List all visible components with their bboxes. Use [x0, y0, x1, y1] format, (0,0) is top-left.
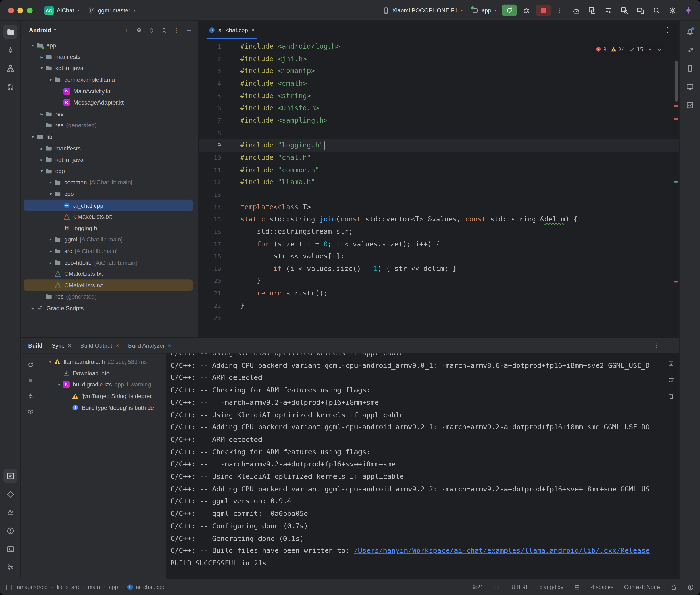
close-tab-icon[interactable]: ✕	[251, 27, 255, 32]
chevron-right-icon[interactable]: ▸	[47, 249, 55, 254]
build-tree-item-download-info[interactable]: Download info	[40, 368, 166, 379]
error-stripe-mark[interactable]	[674, 105, 678, 107]
code-line[interactable]: 13	[199, 189, 679, 201]
tree-item-res[interactable]: res(generated)	[24, 120, 193, 131]
branch-selector[interactable]: ggml-master ▾	[85, 5, 139, 16]
build-tree-item-jvmtarget-string-is-deprec[interactable]: 'jvmTarget: String' is deprec	[40, 391, 166, 402]
hide-build-panel-icon[interactable]: ─	[663, 340, 674, 351]
dependencies-tool-icon[interactable]	[3, 487, 18, 501]
hide-panel-icon[interactable]: ─	[183, 24, 195, 36]
next-problem-icon[interactable]	[657, 47, 662, 52]
chevron-right-icon[interactable]: ▸	[38, 146, 46, 151]
breadcrumb-cpp[interactable]: cpp	[109, 584, 118, 590]
errors-badge[interactable]: 3	[596, 43, 607, 56]
close-tab-icon[interactable]: ✕	[68, 343, 72, 348]
indent-size[interactable]: 4 spaces	[591, 584, 614, 590]
clear-console-icon[interactable]	[665, 390, 677, 402]
chevron-down-icon[interactable]: ▾	[38, 66, 46, 71]
tree-item-cpp[interactable]: ▾cpp	[24, 188, 193, 200]
code-line[interactable]: 12#include "llama.h"	[199, 176, 679, 189]
build-tree-item-build-gradle-kts[interactable]: ▾Kbuild.gradle.ktsapp 1 warning	[40, 379, 166, 391]
commit-tool-icon[interactable]	[3, 43, 18, 57]
code-line[interactable]: 20 }	[199, 275, 679, 288]
tree-item-kotlin-java[interactable]: ▸kotlin+java	[24, 154, 193, 166]
tree-item-cmakelists-txt[interactable]: CMakeLists.txt	[24, 268, 193, 280]
breadcrumb-src[interactable]: src	[72, 584, 79, 590]
chevron-right-icon[interactable]: ▸	[47, 260, 55, 265]
breadcrumb-main[interactable]: main	[88, 584, 100, 590]
code-line[interactable]: 3#include <iomanip>	[199, 65, 679, 78]
tree-item-common[interactable]: ▸common[AiChat.lib.main]	[24, 177, 193, 188]
tree-item-lib[interactable]: ▾lib	[24, 131, 193, 143]
tree-item-res[interactable]: res(generated)	[24, 291, 193, 302]
tree-item-cpp[interactable]: ▾cpp	[24, 166, 193, 177]
build-tab-build-analyzer[interactable]: Build Analyzer✕	[128, 342, 171, 349]
device-selector[interactable]: Xiaomi POCOPHONE F1 ▾	[379, 5, 467, 16]
chevron-down-icon[interactable]: ▾	[47, 359, 54, 364]
close-window-button[interactable]	[8, 7, 14, 13]
editor-options-icon[interactable]: ⋮	[660, 23, 674, 36]
run-config-selector[interactable]: app ▾	[468, 5, 500, 16]
profiler-icon[interactable]	[569, 4, 583, 17]
code-line[interactable]: 6#include <unistd.h>	[199, 103, 679, 115]
tree-item-messageadapter-kt[interactable]: KMessageAdapter.kt	[24, 97, 193, 108]
code-line[interactable]: 9#include "logging.h"	[199, 139, 679, 152]
rerun-button[interactable]	[502, 4, 517, 16]
code-line[interactable]: 10#include "chat.h"	[199, 152, 679, 164]
notifications-icon[interactable]	[682, 25, 697, 39]
code-line[interactable]: 7#include <sampling.h>	[199, 115, 679, 127]
code-line[interactable]: 8	[199, 127, 679, 139]
build-tab-build-output[interactable]: Build Output✕	[80, 342, 119, 349]
code-line[interactable]: 18 str << values[i];	[199, 251, 679, 263]
project-selector[interactable]: AC AiChat ▾	[41, 4, 83, 17]
chevron-right-icon[interactable]: ▸	[29, 306, 37, 311]
build-tree-item-buildtype-debug-is-both-de[interactable]: BuildType 'debug' is both de	[40, 402, 166, 413]
collapse-all-icon[interactable]	[158, 24, 170, 36]
editor-scrollbar[interactable]	[675, 61, 678, 102]
tree-item-logging-h[interactable]: Hlogging.h	[24, 222, 193, 234]
gemini-assistant-icon[interactable]	[681, 4, 696, 17]
tree-item-ggml[interactable]: ▸ggml[AiChat.lib.main]	[24, 234, 193, 245]
code-line[interactable]: 5#include <string>	[199, 90, 679, 103]
tree-item-com-example-llama[interactable]: ▾com.example.llama	[24, 74, 193, 85]
code-line[interactable]: 14template<class T>	[199, 201, 679, 213]
zoom-window-button[interactable]	[27, 7, 32, 13]
error-stripe-mark[interactable]	[674, 118, 678, 119]
add-icon[interactable]: +	[120, 24, 132, 36]
panel-options-icon[interactable]: ⋮	[171, 24, 182, 36]
device-explorer-tool-icon[interactable]	[3, 505, 18, 519]
running-devices-icon[interactable]	[601, 4, 615, 17]
line-ending[interactable]: LF	[494, 584, 501, 590]
code-area[interactable]: 1#include <android/log.h>2#include <jni.…	[199, 39, 679, 337]
lock-icon[interactable]	[670, 584, 677, 590]
tree-item-src[interactable]: ▸src[AiChat.lib.main]	[24, 245, 193, 257]
structure-tool-icon[interactable]	[3, 61, 18, 76]
tree-item-manifests[interactable]: ▸manifests	[24, 143, 193, 154]
device-manager-tool-icon[interactable]	[682, 61, 697, 76]
console-link[interactable]: /Users/hanyin/Workspace/ai-chat/examples…	[354, 547, 650, 555]
locate-file-icon[interactable]	[133, 24, 145, 36]
tree-item-gradle-scripts[interactable]: ▸Gradle Scripts	[24, 302, 193, 314]
build-tree-item-llama-android-fi[interactable]: ▾llama.android: fi22 sec, 583 ms	[40, 356, 166, 368]
scroll-to-end-icon[interactable]	[665, 358, 677, 370]
error-stripe-mark[interactable]	[674, 281, 678, 282]
soft-wrap-icon[interactable]	[665, 374, 677, 386]
code-line[interactable]: 15static std::string join(const std::vec…	[199, 213, 679, 226]
warnings-badge[interactable]: 24	[611, 43, 625, 56]
change-stripe-mark[interactable]	[674, 181, 678, 182]
breadcrumb-lib[interactable]: lib	[57, 584, 62, 590]
build-tool-icon[interactable]	[3, 469, 18, 483]
code-line[interactable]: 11#include "common.h"	[199, 164, 679, 176]
build-console[interactable]: C/C++: -- Using KleidiAI optimized kerne…	[167, 353, 663, 579]
chevron-right-icon[interactable]: ▸	[47, 180, 55, 185]
build-options-icon[interactable]: ⋮	[650, 340, 662, 351]
tree-item-cmakelists-txt[interactable]: CMakeLists.txt	[24, 211, 193, 222]
inspections-widget[interactable]: 3 24 15	[593, 42, 665, 56]
code-style-icon[interactable]	[574, 584, 581, 590]
inspections-status-icon[interactable]	[688, 584, 694, 590]
chevron-down-icon[interactable]: ▾	[38, 169, 46, 174]
caret-position[interactable]: 9:21	[473, 584, 483, 590]
search-everywhere-icon[interactable]	[649, 4, 663, 17]
close-tab-icon[interactable]: ✕	[168, 343, 172, 348]
stop-build-icon[interactable]	[25, 374, 36, 386]
